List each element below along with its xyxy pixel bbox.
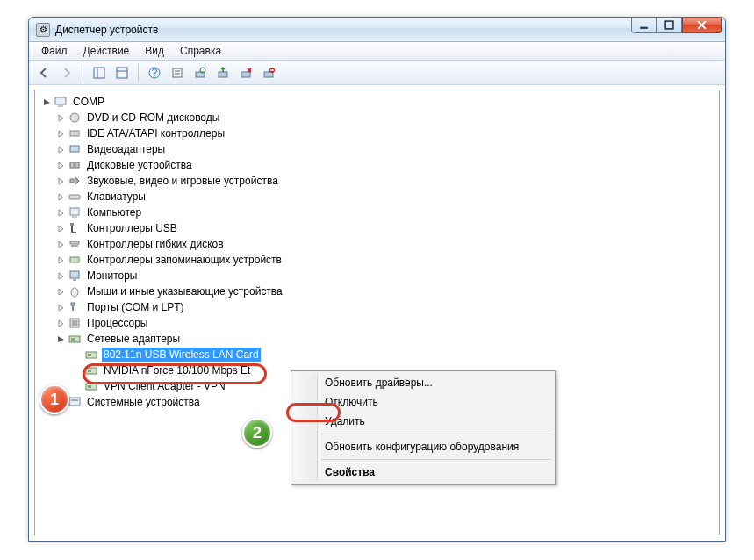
tree-item-label: Сетевые адаптеры (85, 332, 182, 346)
tree-item-label: Порты (COM и LPT) (85, 300, 186, 314)
device-category-icon (68, 300, 82, 314)
properties-button[interactable] (168, 63, 187, 83)
menu-action[interactable]: Действие (76, 43, 137, 59)
device-category-icon (68, 174, 82, 188)
tree-item-label: 802.11n USB Wireless LAN Card (102, 348, 261, 362)
svg-rect-51 (69, 398, 80, 406)
svg-rect-35 (71, 245, 78, 247)
expand-icon[interactable] (56, 287, 66, 297)
ctx-delete[interactable]: Удалить (293, 412, 553, 431)
uninstall-button[interactable] (236, 63, 255, 83)
expand-icon[interactable] (56, 271, 66, 281)
maximize-button[interactable] (657, 18, 682, 33)
expand-icon[interactable] (56, 319, 66, 328)
svg-rect-29 (70, 179, 74, 183)
computer-icon (54, 95, 68, 109)
tree-category[interactable]: Мониторы (39, 268, 719, 284)
view-button[interactable] (112, 63, 132, 83)
device-category-icon (68, 237, 82, 251)
svg-rect-36 (70, 257, 79, 262)
tree-category[interactable]: IDE ATA/ATAPI контроллеры (39, 126, 719, 141)
tree-root[interactable]: COMP (39, 94, 719, 110)
tree-category[interactable]: Процессоры (39, 315, 719, 331)
tree-item-label: Процессоры (85, 316, 150, 330)
ctx-rescan[interactable]: Обновить конфигурацию оборудования (293, 437, 553, 456)
tree-item-label: VPN Client Adapter - VPN (102, 379, 227, 393)
expand-icon[interactable] (56, 303, 66, 312)
toolbar-separator (83, 64, 83, 82)
tree-item-label: DVD и CD-ROM дисководы (85, 111, 221, 125)
menu-file[interactable]: Файл (34, 43, 75, 59)
tree-category[interactable]: Дисковые устройства (39, 157, 719, 173)
expand-icon[interactable] (56, 161, 66, 170)
ctx-properties[interactable]: Свойства (293, 463, 553, 482)
device-category-icon (68, 332, 82, 346)
expand-icon[interactable] (56, 113, 66, 123)
device-manager-window: ⚙ Диспетчер устройств Файл Действие Вид … (28, 17, 726, 542)
show-tree-button[interactable] (90, 63, 109, 83)
svg-point-28 (73, 163, 76, 167)
expand-icon[interactable] (56, 334, 66, 344)
device-category-icon (68, 111, 82, 125)
ctx-label: Обновить драйверы... (325, 377, 433, 389)
tree-item-label: Контроллеры USB (85, 221, 179, 235)
tree-category[interactable]: Мыши и иные указывающие устройства (39, 284, 719, 299)
disable-button[interactable] (259, 63, 278, 83)
ctx-label: Отключить (325, 396, 378, 408)
expand-icon[interactable] (56, 224, 66, 233)
annotation-badge-2: 2 (242, 418, 272, 448)
device-category-icon (68, 269, 82, 283)
svg-rect-23 (58, 105, 63, 107)
tree-category[interactable]: Клавиатуры (39, 189, 719, 205)
tree-category[interactable]: DVD и CD-ROM дисководы (39, 110, 719, 126)
help-button[interactable]: ? (145, 63, 164, 83)
svg-point-39 (71, 288, 78, 297)
svg-rect-1 (665, 21, 673, 29)
minimize-button[interactable] (631, 18, 657, 33)
update-driver-button[interactable] (213, 63, 233, 83)
svg-rect-15 (219, 72, 227, 77)
close-button[interactable] (682, 18, 722, 33)
tree-category[interactable]: Звуковые, видео и игровые устройства (39, 173, 719, 189)
svg-rect-38 (73, 279, 76, 281)
svg-rect-30 (69, 195, 80, 199)
expand-icon[interactable] (56, 240, 66, 249)
expand-icon[interactable] (56, 129, 66, 139)
ctx-disable[interactable]: Отключить (293, 392, 553, 412)
tree-item-network-adapter[interactable]: 802.11n USB Wireless LAN Card (39, 347, 719, 363)
device-tree[interactable]: COMP DVD и CD-ROM дисководыIDE ATA/ATAPI… (35, 90, 719, 413)
nav-forward-button[interactable] (57, 63, 76, 83)
expand-icon[interactable] (56, 145, 66, 154)
menu-view[interactable]: Вид (138, 43, 171, 59)
tree-item-label: IDE ATA/ATAPI контроллеры (85, 126, 226, 140)
ctx-update-drivers[interactable]: Обновить драйверы... (293, 373, 553, 392)
svg-rect-48 (88, 370, 91, 372)
ctx-separator (321, 459, 551, 460)
tree-category[interactable]: Порты (COM и LPT) (39, 299, 719, 315)
svg-rect-31 (70, 208, 79, 215)
svg-rect-44 (71, 338, 75, 341)
expand-icon[interactable] (56, 192, 66, 202)
network-card-icon (84, 363, 98, 377)
device-category-icon (68, 205, 82, 219)
menu-help[interactable]: Справка (173, 43, 228, 59)
tree-category[interactable]: Контроллеры запоминающих устройств (39, 252, 719, 268)
tree-category[interactable]: Контроллеры USB (39, 220, 719, 236)
tree-item-label: NVIDIA nForce 10/100 Mbps Et (102, 363, 252, 377)
svg-rect-4 (94, 68, 104, 78)
tree-category[interactable]: Сетевые адаптеры (39, 331, 719, 347)
expand-icon[interactable] (42, 97, 52, 107)
svg-rect-42 (72, 320, 77, 326)
expand-icon[interactable] (56, 255, 66, 265)
nav-back-button[interactable] (34, 63, 54, 83)
expand-icon[interactable] (56, 208, 66, 218)
tree-category[interactable]: Компьютер (39, 205, 719, 220)
context-menu: Обновить драйверы... Отключить Удалить О… (291, 370, 556, 485)
svg-rect-22 (55, 97, 66, 104)
tree-category[interactable]: Видеоадаптеры (39, 141, 719, 157)
ctx-label: Обновить конфигурацию оборудования (325, 441, 519, 453)
expand-icon[interactable] (56, 176, 66, 186)
scan-hardware-button[interactable] (190, 63, 210, 83)
toolbar-separator (138, 64, 139, 82)
tree-category[interactable]: Контроллеры гибких дисков (39, 236, 719, 252)
